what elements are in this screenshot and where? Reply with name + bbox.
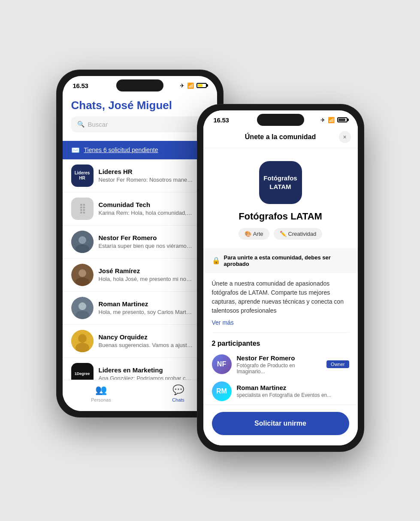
greeting-text: Chats, xyxy=(71,99,109,112)
svg-point-1 xyxy=(79,236,86,244)
personas-icon: 👥 xyxy=(95,384,107,396)
community-logo: FotógrafosLATAM xyxy=(259,161,302,204)
chat-name: José Ramírez xyxy=(99,267,208,274)
participant-name-1: Nestor Fer Romero xyxy=(237,354,322,362)
search-icon: 🔍 xyxy=(77,121,85,128)
nav-label-chats: Chats xyxy=(172,397,184,402)
chat-name: Nancy Orquidez xyxy=(99,333,208,341)
participant-role-2: specialista en Fotografía de Eventos en.… xyxy=(237,392,349,398)
list-item[interactable]: Nancy Orquidez Buenas sugerencias. Vamos… xyxy=(63,325,217,358)
description-section: Únete a nuestra comunidad de apasionados… xyxy=(203,273,358,332)
battery-icon-1 xyxy=(196,83,207,88)
notch-1 xyxy=(116,79,163,91)
pending-banner-text: Tienes 6 solicitud pendiente xyxy=(84,146,158,153)
participant-item[interactable]: NF Nestor Fer Romero Fotógrafo de Produc… xyxy=(212,354,349,375)
community-header: FotógrafosLATAM Fotógrafos LATAM 🎨 Arte … xyxy=(203,148,358,248)
ver-mas-link[interactable]: Ver más xyxy=(212,319,234,326)
avatar: ⣿ xyxy=(71,198,94,220)
phones-container: 16.53 ✈ 📶 Chats, José Miguel 🔍 xyxy=(57,70,364,451)
list-item[interactable]: ⣿ Comunidad Tech Karina Rem: Hola, hola … xyxy=(63,192,217,225)
battery-icon-2 xyxy=(337,117,347,122)
chat-name: Lideres HR xyxy=(99,168,208,175)
svg-point-5 xyxy=(76,277,89,286)
user-name: José Miguel xyxy=(108,99,172,112)
list-item[interactable]: Roman Martinez Hola, me presento, soy Ca… xyxy=(63,292,217,325)
search-placeholder: Buscar xyxy=(88,121,108,128)
pending-banner[interactable]: ✉️ Tienes 6 solicitud pendiente xyxy=(63,141,217,159)
svg-point-4 xyxy=(79,269,86,277)
avatar-text-1: Lideres xyxy=(75,171,90,176)
chat-name: Roman Martinez xyxy=(99,300,208,308)
modal-body[interactable]: FotógrafosLATAM Fotógrafos LATAM 🎨 Arte … xyxy=(203,148,358,405)
avatar xyxy=(71,264,94,286)
avatar-img xyxy=(71,231,94,253)
chat-info: Roman Martinez Hola, me presento, soy Ca… xyxy=(99,300,208,315)
participant-info-2: Roman Martinez specialista en Fotografía… xyxy=(237,384,349,398)
list-item[interactable]: 1Degree Lideres en Marketing Ana Gonzále… xyxy=(63,358,217,380)
participant-avatar-img-2: RM xyxy=(212,381,232,401)
time-2: 16.53 xyxy=(214,116,229,124)
tag-arte-label: Arte xyxy=(253,231,263,237)
join-button-container: Solicitar unirme xyxy=(203,405,358,445)
status-bar-1: 16.53 ✈ 📶 xyxy=(63,76,217,92)
list-item[interactable]: José Ramírez Hola, hola José, me present… xyxy=(63,259,217,292)
community-logo-text: FotógrafosLATAM xyxy=(263,174,297,191)
join-button[interactable]: Solicitar unirme xyxy=(212,412,349,435)
participants-title: 2 participantes xyxy=(212,340,349,347)
chat-info: Comunidad Tech Karina Rem: Hola, hola co… xyxy=(99,201,208,216)
chat-preview: Estaría super bien que nos viéramos pa..… xyxy=(99,243,193,249)
participant-item[interactable]: RM Roman Martinez specialista en Fotogra… xyxy=(212,381,349,401)
airplane-icon: ✈ xyxy=(180,82,184,89)
owner-badge: Owner xyxy=(326,360,349,368)
svg-point-2 xyxy=(76,244,89,253)
chat-name: Nestor Fer Romero xyxy=(99,234,208,241)
avatar-text: 1Degree xyxy=(75,372,90,376)
wifi-icon: 📶 xyxy=(187,82,194,89)
participant-avatar-2: RM xyxy=(212,381,232,401)
chat-name: Comunidad Tech xyxy=(99,201,208,208)
close-button[interactable]: × xyxy=(339,131,351,143)
header-section: Chats, José Miguel 🔍 Buscar xyxy=(63,92,217,137)
chat-name: Lideres en Marketing xyxy=(99,366,208,374)
phone1-content: Chats, José Miguel 🔍 Buscar ✉️ Tienes 6 … xyxy=(63,92,217,411)
list-item[interactable]: Nestor Fer Romero Estaría super bien que… xyxy=(63,225,217,259)
tag-creatividad: ✏️ Creatividad xyxy=(274,228,323,240)
lock-icon: 🔒 xyxy=(212,256,221,265)
participant-info-1: Nestor Fer Romero Fotógrafo de Producto … xyxy=(237,354,322,375)
notch-2 xyxy=(257,114,304,126)
participants-section: 2 participantes NF Nestor Fer Romero Fot… xyxy=(203,333,358,405)
participant-name-2: Roman Martinez xyxy=(237,384,349,391)
wifi-icon-2: 📶 xyxy=(328,117,335,123)
svg-point-10 xyxy=(78,334,87,343)
tag-arte: 🎨 Arte xyxy=(239,228,269,240)
chat-preview: Ana González: Podríamos probar con a... … xyxy=(99,375,193,379)
svg-point-8 xyxy=(76,311,89,319)
chat-info: Lideres en Marketing Ana González: Podrí… xyxy=(99,366,208,379)
approval-text: Para unirte a esta comunidad, debes ser … xyxy=(224,254,349,267)
nav-item-personas[interactable]: 👥 Personas xyxy=(63,384,140,402)
list-item[interactable]: Lideres HR Lideres HR Nestor Fer Romero:… xyxy=(63,159,217,192)
phone2-content: Únete a la comunidad × FotógrafosLATAM F… xyxy=(203,126,358,445)
tag-creatividad-label: Creatividad xyxy=(288,231,317,237)
description-text: Únete a nuestra comunidad de apasionados… xyxy=(212,279,349,315)
chat-info: José Ramírez Hola, hola José, me present… xyxy=(99,267,208,282)
avatar-icon: ⣿ xyxy=(79,203,86,214)
chat-list: Lideres HR Lideres HR Nestor Fer Romero:… xyxy=(63,159,217,380)
search-bar[interactable]: 🔍 Buscar xyxy=(71,116,208,132)
avatar xyxy=(71,297,94,319)
avatar: 1Degree xyxy=(71,363,94,380)
close-icon: × xyxy=(343,134,346,140)
avatar-img xyxy=(71,264,94,286)
participant-avatar-img-1: NF xyxy=(212,354,232,374)
arte-emoji: 🎨 xyxy=(245,231,251,237)
avatar xyxy=(71,231,94,253)
avatar xyxy=(71,330,94,352)
chat-preview: Buenas sugerencias. Vamos a ajustar el..… xyxy=(99,342,193,348)
chat-preview: Hola, hola José, me presento mi nombre..… xyxy=(99,276,193,282)
tags-container: 🎨 Arte ✏️ Creatividad xyxy=(239,228,323,240)
phone-2-screen: 16.53 ✈ 📶 Únete a la comunidad × xyxy=(203,110,358,445)
phone-2: 16.53 ✈ 📶 Únete a la comunidad × xyxy=(197,104,364,451)
avatar-img xyxy=(71,297,94,319)
status-icons-1: ✈ 📶 xyxy=(180,82,207,89)
modal-header: Únete a la comunidad × xyxy=(203,126,358,148)
